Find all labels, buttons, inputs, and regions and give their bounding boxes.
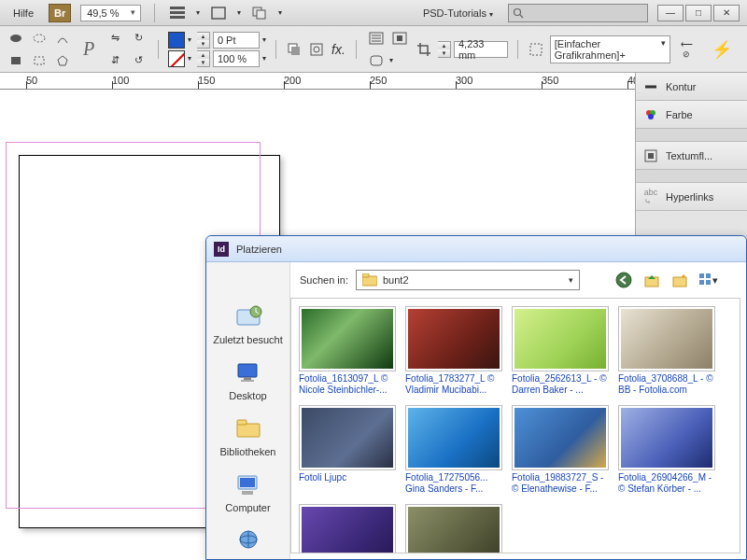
up-folder-icon[interactable] <box>641 270 662 290</box>
file-thumb[interactable]: Fotolia_2562613_L - © Darren Baker - ... <box>512 306 609 396</box>
sidebar-libraries[interactable]: Bibliotheken <box>220 416 276 457</box>
svg-marker-12 <box>58 56 67 65</box>
flip-h-icon[interactable]: ⇋ <box>105 28 125 49</box>
frame-fitting-icon[interactable] <box>528 39 544 60</box>
stroke-swatch[interactable] <box>168 50 185 67</box>
help-menu[interactable]: Hilfe <box>7 5 39 21</box>
svg-rect-1 <box>170 11 185 14</box>
panel-farbe[interactable]: Farbe <box>636 101 747 129</box>
maximize-button[interactable]: □ <box>685 5 712 21</box>
svg-point-8 <box>10 35 21 42</box>
svg-rect-5 <box>257 10 265 19</box>
stroke-weight-input[interactable]: 0 Pt <box>213 32 260 49</box>
opacity-spinner[interactable]: ▲▼ <box>197 50 210 67</box>
prev-style-icon[interactable]: ⟵ <box>676 39 697 49</box>
stroke-spinner[interactable]: ▲▼ <box>197 32 210 49</box>
file-thumb[interactable]: Fotolia_17275056... Gina Sanders - F... <box>405 405 502 495</box>
file-thumb[interactable]: Fotoli Ljupc <box>299 405 396 495</box>
corner-options-icon[interactable] <box>366 50 387 71</box>
ellipse-solid-icon[interactable] <box>6 28 26 49</box>
places-sidebar: Zuletzt besucht Desktop Bibliotheken Com… <box>206 262 290 559</box>
drop-shadow-icon[interactable] <box>286 39 303 60</box>
menu-bar: Hilfe Br 49,5 % ▾ ▾ ▾ PSD-Tutorials ▾ — … <box>0 0 747 26</box>
fill-swatch[interactable] <box>168 32 185 49</box>
clear-override-icon[interactable]: ⊘ <box>676 49 697 59</box>
crop-icon[interactable] <box>416 39 432 60</box>
thumb-caption: Fotolia_1783277_L © Vladimir Mucibabi... <box>405 373 502 396</box>
sidebar-computer[interactable]: Computer <box>225 472 270 513</box>
workspace-switcher[interactable]: PSD-Tutorials ▾ <box>417 5 499 21</box>
view-options-icon[interactable] <box>168 4 187 22</box>
sidebar-network[interactable]: Netzwerk <box>227 528 270 560</box>
separator <box>275 40 276 59</box>
back-icon[interactable] <box>613 270 634 290</box>
paragraph-style-icon[interactable]: P <box>78 39 99 60</box>
separator <box>154 4 155 22</box>
svg-point-46 <box>616 273 631 287</box>
rect-solid-icon[interactable] <box>6 50 26 71</box>
svg-rect-50 <box>706 273 711 278</box>
dialog-titlebar[interactable]: Id Platzieren <box>206 236 746 262</box>
file-thumb[interactable]: Fotoli © Joh <box>405 504 502 553</box>
panel-hyperlinks[interactable]: abc⤷ Hyperlinks <box>636 183 747 211</box>
svg-rect-35 <box>241 380 254 382</box>
quick-apply-icon[interactable]: ⚡ <box>702 39 741 60</box>
file-thumb[interactable]: Fotolia_1783277_L © Vladimir Mucibabi... <box>405 306 502 396</box>
size-spinner[interactable]: ▲▼ <box>438 41 451 58</box>
svg-rect-2 <box>170 16 185 19</box>
thumb-caption: Fotolia_2562613_L - © Darren Baker - ... <box>512 373 609 396</box>
effects-icon[interactable] <box>308 39 325 60</box>
view-menu-icon[interactable]: ▾ <box>698 270 718 290</box>
fx-icon[interactable]: fx. <box>331 39 346 60</box>
sidebar-recent[interactable]: Zuletzt besucht <box>213 304 283 345</box>
opacity-input[interactable]: 100 % <box>213 50 260 67</box>
window-controls: — □ ✕ <box>657 5 740 21</box>
file-thumb[interactable]: Fotolia_26904266_M - © Stefan Körber - .… <box>618 405 715 495</box>
file-thumb[interactable]: Fotolia_1613097_L © Nicole Steinbichler-… <box>299 306 396 396</box>
panel-kontur[interactable]: Kontur <box>636 73 747 101</box>
ellipse-dashed-icon[interactable] <box>29 28 49 49</box>
panel-label: Textumfl... <box>666 150 712 161</box>
file-thumb[interactable]: Fotolia_37564542_© Cmon - Fotolia.com <box>299 504 396 553</box>
thumb-caption: Fotolia_3708688_L - © BB - Fotolia.com <box>618 373 715 396</box>
rotate-ccw-icon[interactable]: ↺ <box>128 50 148 71</box>
thumb-caption: Fotolia_17275056... Gina Sanders - F... <box>405 472 502 495</box>
file-thumb[interactable]: Fotolia_19883727_S - © Elenathewise - F.… <box>512 405 609 495</box>
separator <box>517 40 518 59</box>
new-folder-icon[interactable] <box>669 270 690 290</box>
ruler-horizontal: 50 100 150 200 250 300 350 400 <box>0 73 635 90</box>
bridge-badge[interactable]: Br <box>49 4 71 22</box>
search-input[interactable] <box>508 4 648 22</box>
panel-textumfluss[interactable]: Textumfl... <box>636 142 747 170</box>
arrange-icon[interactable] <box>250 4 269 22</box>
rect-dashed-icon[interactable] <box>29 50 49 71</box>
screen-mode-icon[interactable] <box>209 4 228 22</box>
text-wrap-bbox-icon[interactable] <box>389 28 410 49</box>
svg-rect-22 <box>397 35 402 41</box>
svg-rect-30 <box>648 153 654 159</box>
text-wrap-none-icon[interactable] <box>366 28 387 49</box>
minimize-button[interactable]: — <box>657 5 684 21</box>
svg-point-16 <box>314 47 319 52</box>
svg-rect-24 <box>530 44 542 55</box>
panel-spacer <box>636 170 747 183</box>
separator <box>158 40 159 59</box>
lookin-bar: Suchen in: bunt2 ▾ <box>290 262 746 298</box>
control-toolbar: P ⇋ ↻ ⇵ ↺ ▾ ▾ ▲▼ 0 Pt▾ ▲▼ 100 %▾ fx. <box>0 26 747 73</box>
rotate-cw-icon[interactable]: ↻ <box>128 28 148 49</box>
svg-rect-23 <box>371 56 382 65</box>
svg-rect-40 <box>242 491 253 495</box>
svg-rect-11 <box>35 57 44 64</box>
flip-v-icon[interactable]: ⇵ <box>105 50 125 71</box>
close-button[interactable]: ✕ <box>713 5 740 21</box>
sidebar-desktop[interactable]: Desktop <box>229 360 266 401</box>
folder-dropdown[interactable]: bunt2 <box>356 270 580 290</box>
svg-rect-39 <box>240 478 255 487</box>
corner-size-input[interactable]: 4,233 mm <box>454 41 508 58</box>
bezier-icon[interactable] <box>52 28 73 49</box>
object-style-dropdown[interactable]: [Einfacher Grafikrahmen]+ <box>550 35 670 63</box>
polygon-icon[interactable] <box>52 50 73 71</box>
file-thumb[interactable]: Fotolia_3708688_L - © BB - Fotolia.com <box>618 306 715 396</box>
zoom-dropdown[interactable]: 49,5 % <box>80 5 140 21</box>
thumb-caption: Fotolia_1613097_L © Nicole Steinbichler-… <box>299 373 396 396</box>
